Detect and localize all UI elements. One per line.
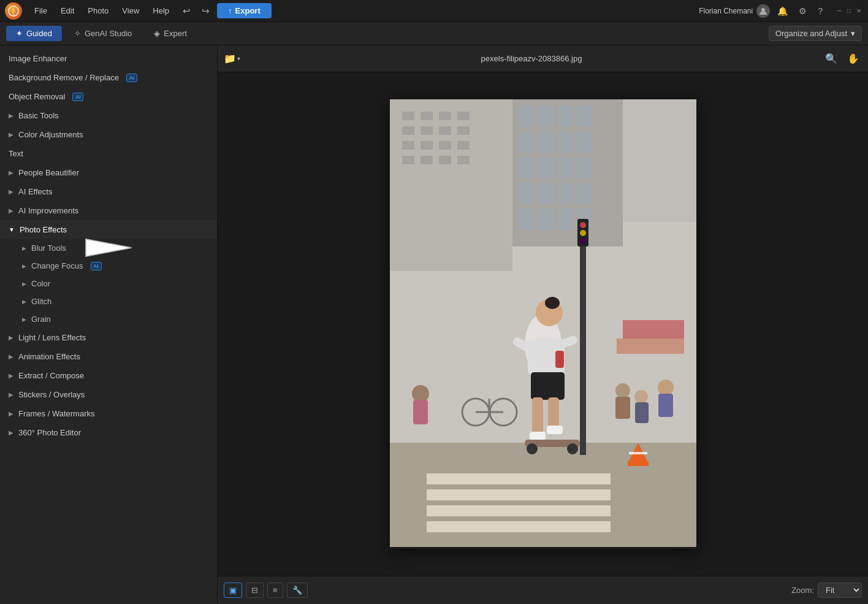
svg-rect-73 <box>615 397 630 419</box>
user-name: Florian Chemani <box>699 7 753 15</box>
sidebar-item-basic-tools[interactable]: ▶ Basic Tools <box>0 106 217 125</box>
chevron-down-icon: ▼ <box>9 226 15 233</box>
single-view-button[interactable]: ▣ <box>224 583 242 598</box>
svg-rect-46 <box>427 473 611 484</box>
sidebar-item-color-adjustments[interactable]: ▶ Color Adjustments <box>0 125 217 144</box>
sidebar-item-360-editor[interactable]: ▶ 360° Photo Editor <box>0 423 217 442</box>
sidebar-item-background-remove[interactable]: Background Remove / Replace AI <box>0 68 217 87</box>
svg-rect-29 <box>519 131 534 153</box>
genai-icon: ✧ <box>74 29 81 38</box>
dropdown-small-icon: ▾ <box>237 55 240 62</box>
sidebar-item-photo-effects[interactable]: ▼ Photo Effects <box>0 220 217 239</box>
svg-rect-12 <box>457 112 470 120</box>
settings-button[interactable]: ⚙ <box>795 5 810 17</box>
sidebar-label: AI Effects <box>18 187 52 196</box>
sidebar-subitem-color[interactable]: ▶ Color <box>0 275 217 292</box>
svg-rect-13 <box>402 126 414 135</box>
sidebar-item-animation-effects[interactable]: ▶ Animation Effects <box>0 347 217 366</box>
compare-button[interactable]: ≡ <box>267 583 283 598</box>
content-area: 📁 ▾ pexels-filipeazv-2083866.jpg 🔍 ✋ <box>218 45 868 604</box>
tool-button[interactable]: 🔧 <box>287 583 308 598</box>
svg-point-63 <box>567 443 578 454</box>
redo-button[interactable]: ↪ <box>198 4 213 18</box>
bottom-bar: ▣ ⊟ ≡ 🔧 Zoom: Fit 25% 50% 75% 100% <box>218 576 868 604</box>
close-button[interactable]: ✕ <box>855 7 863 15</box>
user-area: Florian Chemani 🔔 ⚙ ? <box>699 4 826 18</box>
sidebar: Image Enhancer Background Remove / Repla… <box>0 45 218 604</box>
sidebar-item-stickers-overlays[interactable]: ▶ Stickers / Overlays <box>0 385 217 404</box>
svg-rect-31 <box>558 131 573 153</box>
svg-rect-48 <box>427 505 611 516</box>
chevron-right-icon: ▶ <box>9 429 13 436</box>
svg-point-86 <box>580 238 586 244</box>
svg-rect-37 <box>519 183 534 204</box>
menu-edit[interactable]: Edit <box>55 4 80 18</box>
svg-rect-30 <box>538 131 554 153</box>
maximize-button[interactable]: □ <box>845 7 853 15</box>
sidebar-subitem-grain[interactable]: ▶ Grain <box>0 310 217 328</box>
tab-expert[interactable]: ◈ Expert <box>144 26 197 41</box>
search-button[interactable]: 🔍 <box>823 50 840 67</box>
chevron-right-icon: ▶ <box>9 131 13 138</box>
single-view-icon: ▣ <box>229 586 237 595</box>
sidebar-label: Background Remove / Replace <box>9 73 119 82</box>
menu-file[interactable]: File <box>28 4 53 18</box>
svg-rect-25 <box>519 105 534 127</box>
sidebar-label: Basic Tools <box>18 111 59 120</box>
svg-rect-43 <box>558 208 573 230</box>
chevron-right-icon: ▶ <box>9 112 13 119</box>
sidebar-subitem-glitch[interactable]: ▶ Glitch <box>0 292 217 310</box>
sidebar-item-ai-effects[interactable]: ▶ AI Effects <box>0 182 217 201</box>
sidebar-label: Stickers / Overlays <box>18 390 85 399</box>
sidebar-label: Blur Tools <box>31 243 66 253</box>
ai-badge: AI <box>91 262 102 270</box>
svg-rect-81 <box>617 338 684 354</box>
sidebar-item-text[interactable]: Text <box>0 144 217 163</box>
menu-help[interactable]: Help <box>147 4 175 18</box>
split-view-icon: ⊟ <box>251 586 258 595</box>
zoom-label: Zoom: <box>791 586 814 595</box>
help-button[interactable]: ? <box>814 5 826 17</box>
sidebar-item-object-removal[interactable]: Object Removal AI <box>0 87 217 106</box>
zoom-select[interactable]: Fit 25% 50% 75% 100% 150% 200% <box>818 583 862 598</box>
chevron-right-icon: ▶ <box>9 391 13 398</box>
sidebar-item-ai-improvements[interactable]: ▶ AI Improvements <box>0 201 217 220</box>
minimize-button[interactable]: ─ <box>835 7 843 15</box>
undo-button[interactable]: ↩ <box>179 4 194 18</box>
sidebar-item-people-beautifier[interactable]: ▶ People Beautifier <box>0 163 217 182</box>
menu-photo[interactable]: Photo <box>82 4 115 18</box>
tab-genai[interactable]: ✧ GenAI Studio <box>64 26 142 41</box>
split-view-button[interactable]: ⊟ <box>246 583 264 598</box>
user-avatar[interactable] <box>756 4 770 18</box>
hand-tool-button[interactable]: ✋ <box>845 50 862 67</box>
sidebar-item-image-enhancer[interactable]: Image Enhancer <box>0 49 217 68</box>
sidebar-label: Grain <box>31 315 51 324</box>
svg-rect-23 <box>439 156 451 164</box>
notifications-button[interactable]: 🔔 <box>774 5 791 17</box>
sidebar-label: 360° Photo Editor <box>18 428 81 437</box>
tab-guided[interactable]: ✦ Guided <box>6 26 62 41</box>
svg-rect-27 <box>558 105 573 127</box>
sidebar-subitem-blur-tools[interactable]: ▶ Blur Tools <box>0 239 217 257</box>
sidebar-item-frames-watermarks[interactable]: ▶ Frames / Watermarks <box>0 404 217 423</box>
svg-rect-54 <box>531 372 565 400</box>
sidebar-label: Image Enhancer <box>9 54 67 63</box>
chevron-right-icon: ▶ <box>9 188 13 195</box>
svg-marker-3 <box>86 239 132 256</box>
svg-rect-69 <box>413 400 428 424</box>
sidebar-item-extract-compose[interactable]: ▶ Extract / Compose <box>0 366 217 385</box>
sidebar-label: Object Removal <box>9 92 65 101</box>
zoom-area: Zoom: Fit 25% 50% 75% 100% 150% 200% <box>791 583 862 598</box>
sidebar-item-light-lens-effects[interactable]: ▶ Light / Lens Effects <box>0 328 217 347</box>
folder-button[interactable]: 📁 ▾ <box>224 53 240 64</box>
canvas-area[interactable] <box>218 72 868 576</box>
svg-point-70 <box>658 380 674 396</box>
menu-view[interactable]: View <box>116 4 145 18</box>
export-button[interactable]: ↑ Export <box>217 3 272 18</box>
sidebar-label: Extract / Compose <box>18 371 84 380</box>
tabbar: ✦ Guided ✧ GenAI Studio ◈ Expert Organiz… <box>0 22 868 45</box>
sidebar-subitem-change-focus[interactable]: ▶ Change Focus AI <box>0 257 217 275</box>
chevron-right-icon: ▶ <box>9 334 13 341</box>
organize-dropdown[interactable]: Organize and Adjust ▾ <box>769 26 862 41</box>
svg-rect-9 <box>402 112 414 120</box>
